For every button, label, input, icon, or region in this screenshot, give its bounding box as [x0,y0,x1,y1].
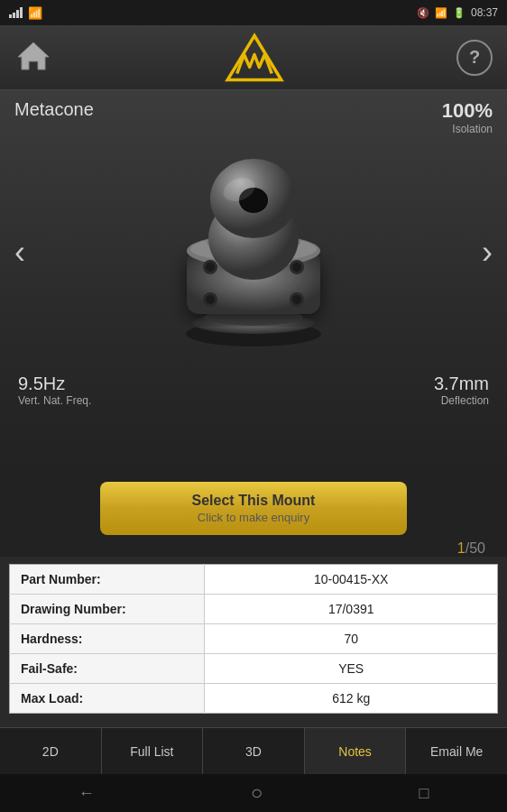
home-nav-button[interactable]: ○ [251,781,263,805]
page-counter: 1/50 [457,540,493,557]
table-label: Drawing Number: [10,595,205,624]
table-label: Hardness: [10,624,205,654]
product-image [145,144,362,361]
svg-marker-0 [18,42,49,69]
bottom-nav: 2D Full List 3D Notes Email Me [0,727,507,774]
product-name: Metacone [14,99,94,120]
header: ? [0,25,507,90]
cta-section: Select This Mount Click to make enquiry … [0,469,507,557]
svg-point-11 [292,263,301,272]
table-row: Fail-Safe:YES [10,654,498,684]
signal-icon [9,7,23,18]
recent-button[interactable]: □ [419,784,429,803]
logo [223,32,286,83]
deflection-value: 3.7mm [434,374,489,394]
svg-point-15 [292,295,301,304]
prev-button[interactable]: ‹ [14,234,25,272]
home-icon [14,37,52,75]
wifi-icon: 📶 [28,6,42,20]
table-row: Part Number:10-00415-XX [10,565,498,595]
home-button[interactable] [14,37,52,78]
tab-email[interactable]: Email Me [406,728,507,774]
table-value: 10-00415-XX [205,565,498,595]
isolation-label: Isolation [442,123,493,135]
table-value: 70 [205,624,498,654]
isolation-percent: 100% [442,99,493,123]
status-left: 📶 [9,6,42,20]
table-label: Fail-Safe: [10,654,205,684]
current-page: 1 [457,540,466,556]
battery-icon: 🔋 [453,7,466,19]
status-right: 🔇 📶 🔋 08:37 [417,6,498,19]
next-button[interactable]: › [482,234,493,272]
select-mount-button[interactable]: Select This Mount Click to make enquiry [100,482,407,535]
cta-line2: Click to make enquiry [118,511,389,524]
tab-2d[interactable]: 2D [0,728,102,774]
deflection-stat: 3.7mm Deflection [434,374,489,407]
help-button[interactable]: ? [456,40,493,76]
freq-stat: 9.5Hz Vert. Nat. Freq. [18,374,91,407]
android-nav: ← ○ □ [0,774,507,812]
back-button[interactable]: ← [78,784,95,803]
product-area: Metacone 100% Isolation ‹ [0,90,507,469]
freq-value: 9.5Hz [18,374,91,394]
stats-row: 9.5Hz Vert. Nat. Freq. 3.7mm Deflection [14,374,493,407]
product-title-row: Metacone 100% Isolation [14,99,493,135]
logo-svg [223,32,286,83]
status-bar: 📶 🔇 📶 🔋 08:37 [0,0,507,25]
deflection-label: Deflection [434,394,489,407]
svg-point-13 [206,295,215,304]
tab-notes[interactable]: Notes [305,728,407,774]
wifi-status-icon: 📶 [435,7,447,19]
data-table: Part Number:10-00415-XXDrawing Number:17… [9,564,498,714]
isolation-info: 100% Isolation [442,99,493,135]
table-row: Drawing Number:17/0391 [10,595,498,624]
help-label: ? [469,47,480,68]
status-time: 08:37 [471,6,498,19]
total-pages: 50 [469,540,485,556]
table-label: Max Load: [10,684,205,714]
tab-3d[interactable]: 3D [203,728,305,774]
cta-line1: Select This Mount [118,493,389,509]
table-value: YES [205,654,498,684]
table-label: Part Number: [10,565,205,595]
svg-point-9 [206,263,215,272]
table-row: Max Load:612 kg [10,684,498,714]
table-value: 17/0391 [205,595,498,624]
table-row: Hardness:70 [10,624,498,654]
mute-icon: 🔇 [417,7,429,19]
table-value: 612 kg [205,684,498,714]
freq-label: Vert. Nat. Freq. [18,394,91,407]
tab-full-list[interactable]: Full List [102,728,204,774]
product-image-container: ‹ [14,135,493,370]
